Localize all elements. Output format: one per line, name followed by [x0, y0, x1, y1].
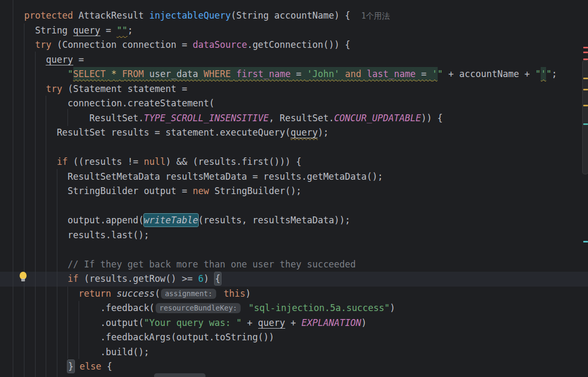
error-stripe-mark[interactable] — [583, 123, 588, 125]
code-token: ) — [245, 288, 251, 299]
code-token: if — [57, 156, 67, 167]
code-token: 6 — [198, 273, 203, 284]
code-token: " — [438, 69, 443, 79]
code-token: + — [242, 317, 258, 328]
intention-bulb-icon[interactable] — [19, 272, 27, 281]
code-token: " — [546, 69, 551, 79]
code-token: * — [111, 67, 116, 81]
error-stripe-mark[interactable] — [583, 105, 588, 106]
code-token — [13, 361, 67, 372]
code-token: ) — [203, 273, 214, 284]
code-token: , ResultSet. — [269, 113, 334, 123]
code-line[interactable]: } else { — [0, 359, 557, 374]
code-token — [117, 67, 122, 81]
usages-hint[interactable]: 1个用法 — [361, 11, 390, 21]
error-stripe-mark[interactable] — [583, 52, 588, 53]
code-token — [13, 54, 46, 65]
code-line[interactable]: .feedback(resourceBundleKey: "sql-inject… — [0, 301, 557, 316]
code-token: .feedback( — [13, 303, 155, 313]
code-token: query — [291, 127, 318, 138]
code-line[interactable]: protected AttackResult injectableQuery(S… — [0, 9, 557, 23]
code-token — [111, 288, 116, 299]
code-line[interactable]: .feedbackArgs(output.toString()) — [0, 330, 557, 345]
code-token — [339, 67, 345, 81]
error-stripe-mark[interactable] — [583, 78, 588, 79]
code-line[interactable]: return success(assignment: this) — [0, 287, 557, 301]
code-editor[interactable]: protected AttackResult injectableQuery(S… — [0, 0, 588, 377]
code-token: )) { — [421, 113, 443, 123]
code-token: ); — [318, 127, 328, 138]
code-token: + accountName + — [443, 69, 535, 79]
error-stripe-mark[interactable] — [583, 241, 588, 242]
code-token: ' — [541, 67, 546, 81]
code-token: (results.getRow() >= — [79, 273, 198, 284]
bulb-glass — [20, 272, 27, 279]
code-line[interactable] — [0, 242, 557, 257]
code-line[interactable]: try (Connection connection = dataSource.… — [0, 38, 557, 53]
code-line[interactable]: output.append(writeTable(results, result… — [0, 213, 557, 228]
code-token: "sql-injection.5a.success" — [249, 303, 390, 313]
code-line[interactable]: StringBuilder output = new StringBuilder… — [0, 184, 557, 199]
code-token: writeTable — [144, 214, 198, 227]
code-token: ResultSetMetaData resultsMetaData = resu… — [13, 171, 383, 182]
code-token: StringBuilder output = — [13, 186, 193, 196]
code-token: WHERE — [203, 67, 231, 81]
error-stripe-mark[interactable] — [583, 47, 588, 48]
code-token: EXPLANATION — [302, 317, 362, 328]
code-token: and — [345, 67, 362, 81]
code-token: null — [144, 156, 166, 167]
code-line[interactable]: query = — [0, 53, 557, 68]
code-token: = — [73, 54, 84, 65]
code-token: first_name — [236, 67, 291, 81]
error-stripe-mark[interactable] — [583, 58, 588, 60]
code-token: ) — [361, 317, 367, 328]
code-token: { — [101, 361, 112, 372]
code-token: .output( — [13, 317, 144, 328]
code-token: ( — [155, 288, 160, 299]
code-token: user_data — [144, 67, 204, 81]
code-token: AttackResult — [79, 10, 149, 21]
code-token: (Statement statement = — [62, 83, 187, 94]
code-token: else — [80, 361, 101, 372]
code-line[interactable]: ResultSet.TYPE_SCROLL_INSENSITIVE, Resul… — [0, 111, 557, 126]
error-stripe-mark[interactable] — [583, 89, 588, 90]
code-token: (results, resultsMetaData)); — [198, 215, 351, 225]
code-line[interactable]: "SELECT * FROM user_data WHERE first_nam… — [0, 67, 557, 82]
code-token: CONCUR_UPDATABLE — [334, 113, 421, 123]
code-line[interactable]: if (results.getRow() >= 6) { — [0, 272, 557, 287]
code-token: try — [46, 83, 62, 94]
code-token: .getConnection()) { — [247, 39, 350, 50]
code-token: this — [224, 288, 245, 299]
code-line[interactable]: connection.createStatement( — [0, 96, 557, 111]
code-line[interactable]: .build(); — [0, 345, 557, 360]
code-token: ResultSet results = statement.executeQue… — [13, 127, 291, 138]
code-line[interactable]: ResultSet results = statement.executeQue… — [0, 125, 557, 140]
code-token — [13, 83, 46, 94]
code-token: // If they get back more than one user t… — [13, 259, 356, 270]
code-token: query — [73, 25, 100, 36]
code-token: ((results != — [67, 156, 143, 167]
code-line[interactable]: if ((results != null) && (results.first(… — [0, 155, 557, 170]
code-token: { — [215, 272, 221, 285]
code-token: " — [67, 69, 73, 79]
code-token: ) — [390, 303, 395, 313]
code-line[interactable]: String query = ""; — [0, 23, 557, 38]
code-token: " — [535, 69, 541, 79]
bulb-base — [21, 279, 25, 281]
code-token: = — [291, 67, 307, 81]
code-line[interactable]: .output("Your query was: " + query + EXP… — [0, 316, 557, 331]
code-token: "" — [117, 25, 127, 36]
code-token: output.append( — [13, 215, 144, 225]
code-token: query — [46, 54, 73, 65]
code-line[interactable]: results.last(); — [0, 228, 557, 243]
code-token: protected — [13, 10, 79, 21]
code-line[interactable]: try (Statement statement = — [0, 82, 557, 97]
code-line[interactable]: // If they get back more than one user t… — [0, 257, 557, 272]
code-line[interactable]: ResultSetMetaData resultsMetaData = resu… — [0, 170, 557, 185]
code-area[interactable]: protected AttackResult injectableQuery(S… — [0, 9, 557, 374]
code-token — [351, 10, 361, 21]
code-token — [106, 67, 111, 81]
code-token: StringBuilder(); — [209, 186, 301, 196]
code-line[interactable] — [0, 199, 557, 214]
code-line[interactable] — [0, 140, 557, 155]
